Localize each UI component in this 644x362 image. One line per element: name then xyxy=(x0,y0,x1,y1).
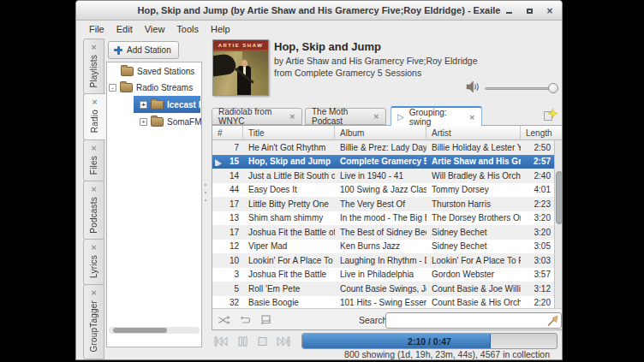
collection-status-text: 800 showing (1d, 19h, 23m, 44s), 4567 in… xyxy=(344,349,550,359)
tree-label: Saved Stations xyxy=(137,67,194,76)
column-header-artist[interactable]: Artist xyxy=(426,126,521,140)
playing-indicator-icon: ▷ xyxy=(397,113,404,122)
track-row[interactable]: 32Basie Boogie101 Hits - Swing Essential… xyxy=(212,296,563,309)
playlist-tab-radiolab[interactable]: Radiolab from WNYC × xyxy=(212,108,302,125)
folder-icon xyxy=(121,67,134,76)
scrollbar-thumb[interactable] xyxy=(556,171,563,224)
close-icon[interactable]: × xyxy=(91,244,98,252)
album-art[interactable]: ARTIE SHAW xyxy=(212,39,269,96)
track-list: 7He Ain't Got RhythmBillie & Prez: Lady … xyxy=(212,140,563,308)
sidebar-tab-files[interactable]: × Files xyxy=(83,139,104,181)
menu-file[interactable]: File xyxy=(83,22,110,36)
tab-label: Radio xyxy=(90,110,99,133)
tree-item-radio-streams[interactable]: - Radio Streams xyxy=(108,80,200,96)
track-row[interactable]: 3Joshua Fit the BattleLive in Philadelph… xyxy=(212,268,563,282)
add-station-button[interactable]: Add Station xyxy=(108,41,179,59)
close-icon[interactable]: × xyxy=(468,113,475,122)
clear-search-broom-icon[interactable] xyxy=(546,315,558,327)
close-icon[interactable]: × xyxy=(289,112,295,121)
collapse-expander-icon[interactable]: - xyxy=(109,84,116,92)
tab-label: The Moth Podcast xyxy=(312,107,367,126)
pane-splitter-handle[interactable] xyxy=(205,184,207,201)
star-icon xyxy=(548,109,558,118)
playlist-panel: # Title Album Artist Length 7He Ain't Go… xyxy=(212,125,563,330)
tree-item-icecast-radio[interactable]: + Icecast Radio xyxy=(108,96,200,113)
tab-label: Playlists xyxy=(89,55,98,87)
column-header-number[interactable]: # xyxy=(212,126,243,140)
exaile-window: Hop, Skip and Jump (by Artie Shaw and Hi… xyxy=(75,0,563,360)
vertical-scrollbar[interactable] xyxy=(554,140,563,308)
track-row[interactable]: 44Easy Does It100 Swing & Jazz ClassicsT… xyxy=(212,183,563,198)
close-icon[interactable]: × xyxy=(91,44,98,51)
column-header-length[interactable]: Length xyxy=(521,126,556,140)
status-bar: 800 showing (1d, 19h, 23m, 44s), 4567 in… xyxy=(76,348,562,359)
close-icon[interactable]: × xyxy=(91,289,98,297)
menu-help[interactable]: Help xyxy=(205,22,236,36)
maximize-icon xyxy=(527,9,533,14)
track-row[interactable]: 17Joshua Fit the Battle of J…The Best of… xyxy=(212,225,563,240)
repeat-button[interactable] xyxy=(239,316,251,325)
shuffle-button[interactable] xyxy=(218,315,230,325)
tree-label: Radio Streams xyxy=(136,83,193,92)
radio-tree: Saved Stations - Radio Streams + Icecast… xyxy=(106,62,202,347)
table-header: # Title Album Artist Length xyxy=(212,126,563,140)
column-header-album[interactable]: Album xyxy=(335,126,426,140)
menu-view[interactable]: View xyxy=(139,22,171,36)
tab-label: Lyrics xyxy=(89,255,98,278)
close-icon: × xyxy=(546,7,553,15)
add-station-label: Add Station xyxy=(127,45,171,55)
pause-button[interactable] xyxy=(238,336,247,347)
sidebar-tab-playlists[interactable]: × Playlists xyxy=(83,39,104,94)
folder-icon xyxy=(151,100,164,110)
playlist-tab-moth-podcast[interactable]: The Moth Podcast × xyxy=(305,108,386,125)
expand-expander-icon[interactable]: + xyxy=(140,101,147,109)
new-playlist-button[interactable] xyxy=(544,109,558,122)
track-row[interactable]: 7He Ain't Got RhythmBillie & Prez: Lady … xyxy=(212,140,563,155)
volume-icon[interactable] xyxy=(466,80,481,97)
seek-progress-bar[interactable]: 2:10 / 0:47 xyxy=(301,333,558,349)
track-row[interactable]: 13Shim sham shimmyIn the mood - The Big … xyxy=(212,211,563,226)
menu-edit[interactable]: Edit xyxy=(110,22,139,36)
tab-label: Podcasts xyxy=(89,197,98,234)
tab-label: Grouping: swing xyxy=(409,108,464,127)
column-header-title[interactable]: Title xyxy=(243,126,335,140)
close-icon[interactable]: × xyxy=(91,145,98,152)
next-button[interactable] xyxy=(277,336,290,347)
close-icon[interactable]: × xyxy=(92,98,98,106)
titlebar[interactable]: Hop, Skip and Jump (by Artie Shaw and Hi… xyxy=(76,1,562,21)
maximize-button[interactable] xyxy=(524,6,534,16)
track-row[interactable]: 17Little Bitty Pretty OneThe Very Best O… xyxy=(212,197,563,211)
track-row[interactable]: 12Viper MadKen Burns JazzSidney Bechet3:… xyxy=(212,240,563,254)
close-button[interactable]: × xyxy=(545,6,555,16)
minimize-button[interactable] xyxy=(504,6,514,16)
folder-icon xyxy=(151,117,164,127)
track-row[interactable]: 14Just a Little Bit South of …Live in 19… xyxy=(212,169,563,183)
sidebar-tab-podcasts[interactable]: × Podcasts xyxy=(83,181,104,240)
tree-item-somafm-radio[interactable]: + SomaFM Radio xyxy=(108,114,200,130)
previous-button[interactable] xyxy=(214,336,228,347)
playlist-tab-grouping-swing[interactable]: ▷ Grouping: swing × xyxy=(391,106,482,126)
dynamic-button[interactable] xyxy=(259,315,271,325)
close-icon[interactable]: × xyxy=(91,186,98,193)
playlist-toolbar: Search: xyxy=(212,308,563,330)
search-input[interactable] xyxy=(386,316,546,325)
window-controls: × xyxy=(504,1,555,21)
now-playing-arrow-icon xyxy=(215,159,222,166)
track-row[interactable]: 5Roll 'Em PeteCount Basie Swings, Joe …C… xyxy=(212,282,563,296)
transport-bar: 2:10 / 0:47 xyxy=(76,333,562,350)
tree-item-saved-stations[interactable]: Saved Stations xyxy=(108,63,200,80)
volume-slider-knob[interactable] xyxy=(548,83,558,93)
plus-icon xyxy=(114,46,122,55)
tab-label: Files xyxy=(89,156,98,175)
menu-tools[interactable]: Tools xyxy=(170,22,205,36)
sidebar-tab-radio[interactable]: × Radio xyxy=(83,93,106,139)
track-row-selected-playing[interactable]: 15Hop, Skip and JumpComplete Gramercy 5 … xyxy=(212,155,563,169)
now-playing-album: from Complete Gramercy 5 Sessions xyxy=(274,68,421,78)
sidebar-tab-lyrics[interactable]: × Lyrics xyxy=(83,239,104,285)
search-box xyxy=(385,312,562,329)
expand-expander-icon[interactable]: + xyxy=(140,118,147,126)
track-row[interactable]: 10Lookin' For A Place To ParkLaughing In… xyxy=(212,253,563,268)
volume-slider[interactable] xyxy=(485,87,557,90)
close-icon[interactable]: × xyxy=(373,112,379,121)
stop-button[interactable] xyxy=(258,336,267,347)
